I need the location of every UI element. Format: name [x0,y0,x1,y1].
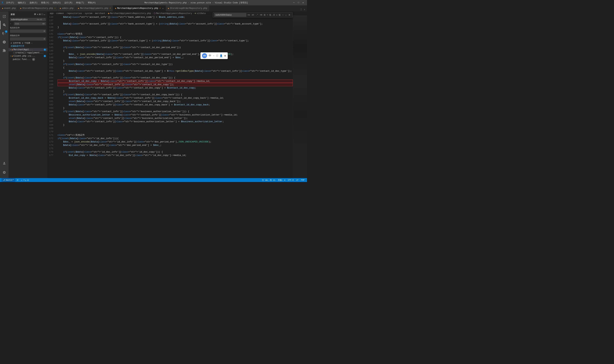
sub-item-public[interactable]: public func... ✕ [9,58,47,61]
breadcrumb-common[interactable]: common [56,12,64,15]
sidebar-actions[interactable]: ⟳ ✕ ⊟ □ … [34,13,45,16]
menu-edit[interactable]: 编辑(E) [16,1,27,5]
menu-help[interactable]: 帮助(H) [86,1,97,5]
activity-extensions[interactable] [0,46,9,55]
menu-view[interactable]: 查看(V) [40,1,51,5]
breadcrumb-method[interactable]: sltData [197,12,206,15]
close-sub-item-icon[interactable]: ✕ [32,58,35,61]
clear-icon[interactable]: ✕ [37,13,39,16]
find-input[interactable] [214,13,246,17]
ime-option-grid[interactable]: ⊞ [224,54,226,58]
line-number: 169 [48,127,55,130]
menu-file[interactable]: 文件(F) [5,1,16,5]
search-box[interactable]: Aa ab .* [9,17,47,22]
breadcrumb-repositories[interactable]: repositories [67,12,82,15]
include-settings-icon[interactable]: ⚙ [44,30,45,32]
maximize-button[interactable]: □ [296,1,301,4]
status-line-col[interactable]: 行 80, 列 21 [261,178,277,182]
find-next-button[interactable]: ↓ [285,13,287,17]
tab-actions[interactable]: ⋮ › [298,8,307,11]
menu-goto[interactable]: 转到(G) [51,1,62,5]
tab-storeorder[interactable]: ◉ StoreOrderRepository.php 1 [18,5,58,11]
tab-merchantapplyments[interactable]: ◉ MerchantApplyments.php 2 [76,5,113,11]
find-match-case-icon[interactable]: Aa [247,13,250,16]
search-input[interactable] [11,18,36,21]
status-git-branch[interactable]: ⎇ master* [1,178,15,182]
open-editor-icon[interactable]: □ [42,13,43,16]
breadcrumb-class[interactable]: MerchantApplymentsRepository [156,12,192,15]
ime-option-person[interactable]: 👤 [219,54,223,58]
breadcrumb-app[interactable]: app [50,12,54,15]
find-navigation[interactable]: ↑ ↓ ✕ [282,13,291,17]
code-text: $data[class="str">'contact_info' [57,56,113,59]
code-text: class="cm">//管理员 [57,32,83,36]
find-preserve-case-icon[interactable]: AB [260,13,263,16]
replace-input[interactable] [15,23,42,25]
replace-case-icon[interactable]: AB [42,23,45,25]
activity-explorer[interactable] [0,12,9,21]
status-language[interactable]: PHP [300,178,306,182]
tab-storegrouporder[interactable]: ◉ StoreGroupOrderRepository.php [166,5,209,11]
tab-split-icon[interactable]: ⋮ [300,8,303,11]
window-controls[interactable]: — □ ✕ [292,1,305,4]
ime-option-dot[interactable]: · [213,54,215,57]
sub-item-create[interactable]: ::create()->applyment... [9,51,47,54]
tab-close-merchantrepo[interactable]: ✕ [162,7,164,10]
activity-debug[interactable] [0,38,9,46]
case-sensitive-icon[interactable]: Aa [37,18,39,21]
tab-admin[interactable]: ◉ admin.php [58,5,76,11]
exclude-input[interactable] [11,38,43,40]
menu-bar[interactable]: 文件(F) 编辑(E) 选择(S) 查看(V) 转到(G) 运行(R) 终端(T… [5,1,97,5]
close-button[interactable]: ✕ [301,1,305,4]
breadcrumb-system[interactable]: system [85,12,92,15]
file-item-merchantappl[interactable]: ▾ ◉ MerchantAppl... 1 [9,48,47,51]
collapse-icon[interactable]: ⊟ [39,13,41,16]
menu-terminal[interactable]: 终端(T) [75,1,86,5]
find-whole-word-icon[interactable]: ab [251,13,254,16]
status-spaces[interactable]: 空格: 4 [277,178,286,182]
status-encoding[interactable]: UTF-8 [287,178,295,182]
more-icon[interactable]: … [44,13,45,16]
activity-account[interactable] [0,159,9,168]
file-icon-merchantappl: ◉ [12,49,13,51]
activity-scm[interactable]: 1 [0,29,9,38]
line-number: 143 [48,39,55,42]
code-content[interactable]: $data[class="str">'account_info'][class=… [56,15,293,178]
status-line-ending[interactable]: LF [295,178,300,182]
sync-icon: ⟳ [17,179,18,181]
whole-word-icon[interactable]: ab [40,18,42,21]
exclude-settings-icon[interactable]: ⚙ [44,38,45,40]
search-replace-row[interactable]: › AB [9,22,47,26]
open-in-editor-link[interactable]: 在编辑器中打开 [11,45,45,47]
regex-icon[interactable]: .* [43,18,45,21]
include-input[interactable] [11,30,43,32]
ime-options[interactable]: 中 · □ 👤 ⊞ [209,54,226,58]
tab-event[interactable]: ◉ event.php [0,5,18,11]
tab-merchantrepo[interactable]: ◉ MerchantApplymentsRepository.php 4 ✕ [113,5,166,11]
find-prev-button[interactable]: ↑ [282,13,284,17]
code-text: $data[class="str">'contact_info' [57,39,108,42]
minimize-button[interactable]: — [292,1,296,4]
ime-option-square[interactable]: □ [216,54,218,57]
activity-search[interactable] [0,21,9,29]
breadcrumb-file-icon: ◉ [108,12,109,15]
code-text: $id_doc_copy = $data[class="str">'id_doc… [57,154,132,157]
code-text: if(isset($data[class="str">'contact_info… [57,76,120,79]
breadcrumb-merchant[interactable]: merchant [95,12,105,15]
file-item-client[interactable]: ▾ ◉ Client.php crm-... 1 [9,54,47,58]
find-close-button[interactable]: ✕ [288,13,291,17]
replace-toggle[interactable]: › [10,23,13,25]
menu-select[interactable]: 选择(S) [28,1,39,5]
status-errors[interactable]: ⚠ 7 △ 0 [20,178,30,182]
menu-run[interactable]: 运行(R) [63,1,74,5]
status-sync[interactable]: ⟳ [16,178,20,182]
minimap[interactable] [293,15,307,178]
refresh-icon[interactable]: ⟳ [34,13,36,16]
code-line: if(isset($data[class="str">'contact_info… [57,63,293,66]
breadcrumb-file[interactable]: MerchantApplymentsRepository.php [110,12,151,15]
ime-option-chinese[interactable]: 中 [209,54,212,58]
tab-more-icon[interactable]: › [304,8,306,11]
find-regex-icon[interactable]: .* [255,13,259,16]
search-icons[interactable]: Aa ab .* [37,18,45,21]
activity-settings[interactable] [0,168,9,177]
